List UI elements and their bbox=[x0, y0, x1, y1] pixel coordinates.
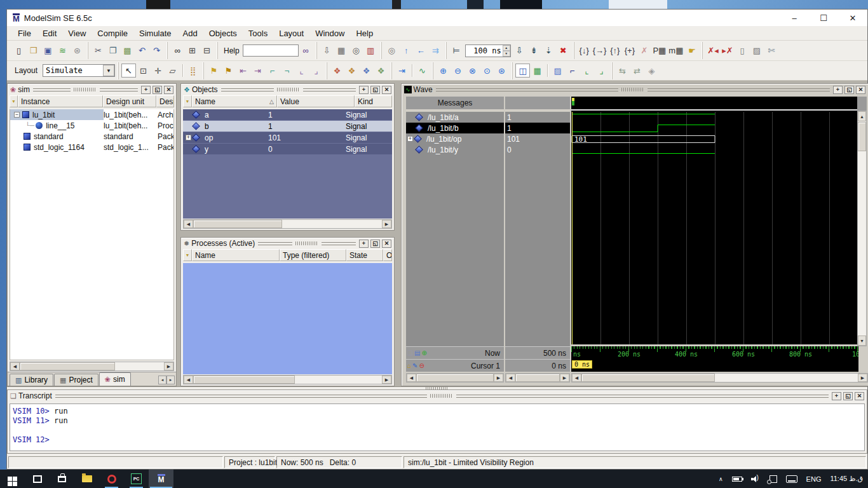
header-drag-handle[interactable] bbox=[221, 88, 274, 92]
spin-down-button[interactable]: ▼ bbox=[503, 51, 510, 57]
compile-order-button[interactable]: ⇩ bbox=[320, 44, 334, 58]
edit-cursor-icon[interactable]: ✎ bbox=[412, 362, 417, 369]
menu-add[interactable]: Add bbox=[177, 27, 203, 39]
transcript-panel-header[interactable]: ❏ Transcript + ◱ ✕ bbox=[8, 390, 867, 402]
filter-funnel-icon[interactable]: ▼ bbox=[183, 249, 192, 261]
menu-view[interactable]: View bbox=[62, 27, 92, 39]
collapse-expander[interactable]: − bbox=[14, 112, 20, 118]
scroll-right-button[interactable]: ▶ bbox=[382, 376, 391, 384]
expand-expander[interactable]: + bbox=[186, 135, 191, 140]
scroll-down-button[interactable]: ▼ bbox=[858, 336, 866, 346]
taskbar-store-button[interactable] bbox=[50, 470, 74, 488]
edge-prev-fall-button[interactable]: ⌞ bbox=[294, 64, 309, 78]
column-header-name[interactable]: Name△ bbox=[192, 95, 277, 107]
wave-value-y[interactable]: 0 bbox=[505, 144, 570, 155]
cursor-value[interactable]: 0 ns bbox=[552, 362, 570, 370]
find-next-button[interactable]: ⇥ bbox=[250, 64, 265, 78]
scroll-left-button[interactable]: ◀ bbox=[10, 362, 20, 370]
header-drag-dots[interactable] bbox=[277, 88, 300, 92]
column-header-design-unit-type[interactable]: Design ur bbox=[156, 95, 174, 107]
wave-signal-a[interactable]: /lu_1bit/a bbox=[406, 112, 504, 123]
header-drag-dots[interactable] bbox=[621, 88, 644, 92]
scroll-thumb[interactable] bbox=[416, 374, 494, 382]
taskbar-modelsim-button[interactable]: M bbox=[149, 470, 173, 488]
edge-next-fall-button[interactable]: ⌟ bbox=[309, 64, 323, 78]
sim-horizontal-scrollbar[interactable]: ◀ ▶ bbox=[10, 362, 174, 371]
redo-button[interactable]: ↷ bbox=[149, 44, 164, 58]
signal-row-op[interactable]: + op 101Signal bbox=[183, 132, 392, 143]
wave-compare-button[interactable]: ∿ bbox=[415, 64, 430, 78]
edge-lock-a-button[interactable]: ⌐ bbox=[565, 64, 580, 78]
header-drag-dots[interactable] bbox=[295, 241, 318, 245]
clock[interactable]: 11:45 ق.ظ bbox=[830, 475, 863, 483]
break-button[interactable]: ✖ bbox=[556, 44, 571, 58]
wave-signal-y[interactable]: /lu_1bit/y bbox=[406, 144, 504, 155]
taskbar-start-button[interactable] bbox=[0, 470, 25, 488]
combo-dropdown-button[interactable]: ▼ bbox=[103, 65, 114, 76]
run-length-time-field[interactable]: 100 ns▲▼ bbox=[465, 44, 511, 57]
run-button[interactable]: ⇩ bbox=[512, 44, 527, 58]
performance-profile-button[interactable]: P▦ bbox=[651, 44, 667, 58]
menu-help[interactable]: Help bbox=[350, 27, 379, 39]
continue-run-button[interactable]: ⇟ bbox=[527, 44, 541, 58]
wave-cursor-track[interactable]: 0 ns bbox=[571, 359, 858, 372]
marker-red-button[interactable]: ❖ bbox=[330, 64, 344, 78]
panel-close-button[interactable]: ✕ bbox=[164, 86, 173, 94]
scroll-right-button[interactable]: ▶ bbox=[494, 374, 503, 382]
panel-undock-button[interactable]: ◱ bbox=[843, 392, 853, 400]
edge-next-rise-button[interactable]: ¬ bbox=[280, 64, 294, 78]
menu-tools[interactable]: Tools bbox=[243, 27, 273, 39]
menu-edit[interactable]: Edit bbox=[37, 27, 62, 39]
marker-orange-button[interactable]: ❖ bbox=[344, 64, 359, 78]
wave-value-b[interactable]: 1 bbox=[505, 123, 570, 133]
expand-expander[interactable]: + bbox=[407, 136, 413, 142]
wave-canvas[interactable]: 101 bbox=[571, 97, 858, 344]
add-flag-button[interactable]: ⚑ bbox=[207, 64, 221, 78]
header-drag-dots[interactable] bbox=[430, 394, 453, 398]
header-drag-handle[interactable] bbox=[55, 395, 428, 398]
filter-funnel-icon[interactable]: ▼ bbox=[10, 95, 18, 107]
wave-canvas-scrollbar[interactable]: ◀▶ bbox=[571, 373, 868, 383]
tree-row-line-15[interactable]: └─line__15 lu_1bit(beh... Process bbox=[10, 120, 173, 131]
run-length-button[interactable]: ⊨ bbox=[449, 44, 464, 58]
cursor-time-tag[interactable]: 0 ns bbox=[572, 360, 592, 369]
edge-lock-c-button[interactable]: ⌟ bbox=[594, 64, 609, 78]
filter-funnel-icon[interactable]: ▼ bbox=[183, 95, 192, 107]
swap-panes-button[interactable]: ⇆ bbox=[615, 64, 630, 78]
environment-back-button[interactable]: ← bbox=[414, 44, 428, 58]
panel-close-button[interactable]: ✕ bbox=[855, 392, 864, 400]
environment-up-button[interactable]: ↑ bbox=[399, 44, 414, 58]
panel-undock-button[interactable]: ◱ bbox=[370, 240, 380, 248]
tree-row-standard[interactable]: standard standard Package bbox=[10, 131, 173, 142]
collapse-hierarchy-button[interactable]: ⊟ bbox=[200, 44, 214, 58]
header-drag-handle[interactable] bbox=[456, 395, 829, 398]
wave-signal-b[interactable]: /lu_1bit/b bbox=[406, 123, 504, 133]
panel-undock-button[interactable]: ◱ bbox=[844, 86, 854, 94]
restart-button[interactable]: ◎ bbox=[384, 44, 399, 58]
transcript-console[interactable]: VSIM 10> run VSIM 11> run VSIM 12> bbox=[10, 403, 865, 451]
lock-icon[interactable]: ⌂ bbox=[407, 362, 411, 369]
run-all-button[interactable]: ⇣ bbox=[541, 44, 556, 58]
touch-keyboard-icon[interactable] bbox=[786, 475, 797, 483]
processes-panel-header[interactable]: ✹ Processes (Active) + ◱ ✕ bbox=[181, 238, 394, 249]
panel-close-button[interactable]: ✕ bbox=[856, 86, 865, 94]
panel-add-button[interactable]: + bbox=[833, 86, 843, 94]
undo-button[interactable]: ↶ bbox=[135, 44, 149, 58]
add-flag-gold-button[interactable]: ⚑ bbox=[221, 64, 236, 78]
header-drag-handle[interactable] bbox=[33, 88, 71, 92]
signal-row-y[interactable]: y 0Signal bbox=[183, 144, 392, 154]
column-header-order[interactable]: Orde bbox=[383, 249, 392, 261]
step-current-button[interactable]: {+} bbox=[622, 44, 637, 58]
delete-cursor-icon[interactable]: ⊖ bbox=[419, 362, 424, 369]
menu-window[interactable]: Window bbox=[309, 27, 350, 39]
scroll-right-button[interactable]: ▶ bbox=[164, 362, 173, 370]
marker-green-button[interactable]: ❖ bbox=[374, 64, 388, 78]
transcript-prompt-line[interactable]: VSIM 12> bbox=[13, 435, 864, 445]
simulate-design-button[interactable]: ▦ bbox=[334, 44, 349, 58]
processes-horizontal-scrollbar[interactable]: ◀ ▶ bbox=[183, 375, 392, 384]
zoom-range-button[interactable]: ⊙ bbox=[480, 64, 494, 78]
goto-time-button[interactable]: ⇥ bbox=[395, 64, 409, 78]
new-file-button[interactable]: ▯ bbox=[11, 44, 26, 58]
expand-hierarchy-button[interactable]: ⊞ bbox=[185, 44, 200, 58]
examine-button[interactable]: ◎ bbox=[349, 44, 363, 58]
